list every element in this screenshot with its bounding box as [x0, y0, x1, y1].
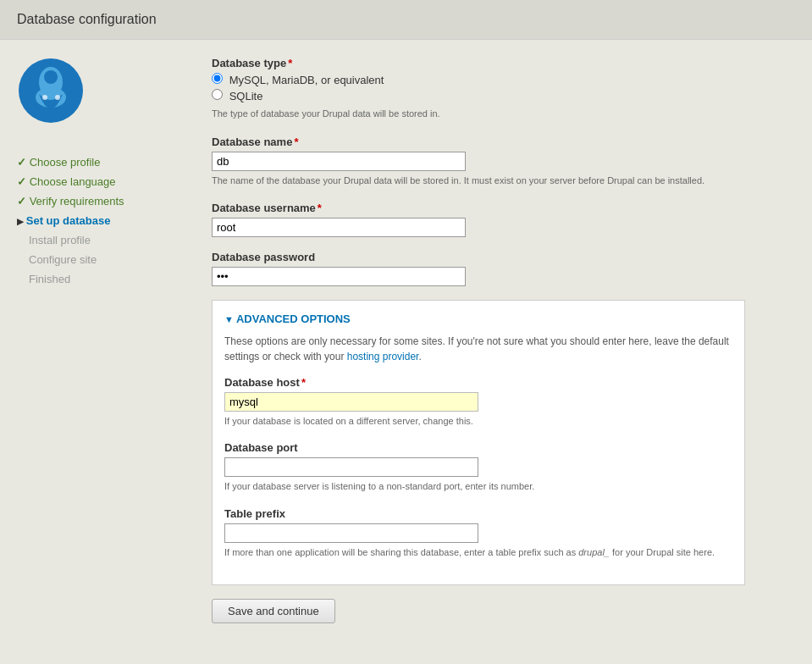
radio-mysql-label[interactable]: MySQL, MariaDB, or equivalent — [212, 73, 745, 86]
svg-point-4 — [42, 95, 47, 100]
save-continue-button[interactable]: Save and continue — [212, 599, 335, 623]
sidebar-item-configure-site: Configure site — [17, 250, 195, 269]
svg-point-2 — [44, 70, 58, 84]
sidebar-item-choose-language: Choose language — [17, 172, 195, 191]
table-prefix-label: Table prefix — [224, 507, 732, 520]
db-password-label: Database password — [212, 251, 745, 263]
table-prefix-help: If more than one application will be sha… — [224, 546, 732, 559]
db-name-input[interactable] — [212, 152, 466, 171]
advanced-desc: These options are only necessary for som… — [224, 334, 732, 364]
db-port-section: Database port If your database server is… — [224, 441, 732, 493]
advanced-options-toggle[interactable]: ADVANCED OPTIONS — [224, 313, 732, 325]
radio-sqlite-label[interactable]: SQLite — [212, 89, 745, 102]
db-host-section: Database host* If your database is locat… — [224, 376, 732, 428]
db-host-input[interactable] — [224, 392, 478, 412]
db-password-input[interactable] — [212, 267, 466, 286]
sidebar-item-verify-requirements: Verify requirements — [17, 191, 195, 211]
db-name-help: The name of the database your Drupal dat… — [212, 174, 745, 187]
db-name-label: Database name* — [212, 136, 745, 148]
advanced-options-box: ADVANCED OPTIONS These options are only … — [212, 300, 745, 585]
db-type-label: Database type* — [212, 57, 745, 69]
main-content: Database type* MySQL, MariaDB, or equiva… — [212, 57, 745, 623]
db-type-radio-group: MySQL, MariaDB, or equivalent SQLite — [212, 73, 745, 102]
db-password-section: Database password — [212, 251, 745, 286]
db-type-help: The type of database your Drupal data wi… — [212, 108, 745, 120]
sidebar-nav: Choose profile Choose language Verify re… — [17, 152, 195, 289]
db-host-label: Database host* — [224, 376, 732, 389]
table-prefix-input[interactable] — [224, 523, 478, 543]
sidebar-item-finished: Finished — [17, 269, 195, 289]
db-username-label: Database username* — [212, 202, 745, 214]
radio-mysql[interactable] — [212, 73, 223, 84]
db-type-section: Database type* MySQL, MariaDB, or equiva… — [212, 57, 745, 120]
drupal-logo — [17, 57, 85, 125]
db-port-input[interactable] — [224, 457, 478, 477]
radio-sqlite[interactable] — [212, 89, 223, 100]
svg-point-5 — [55, 95, 60, 100]
db-username-input[interactable] — [212, 218, 466, 237]
db-port-help: If your database server is listening to … — [224, 480, 732, 493]
hosting-provider-link[interactable]: hosting provider — [347, 351, 419, 362]
sidebar-item-set-up-database[interactable]: Set up database — [17, 211, 195, 230]
db-port-label: Database port — [224, 441, 732, 454]
sidebar: Choose profile Choose language Verify re… — [17, 57, 195, 623]
sidebar-item-install-profile: Install profile — [17, 230, 195, 250]
db-host-help: If your database is located on a differe… — [224, 415, 732, 428]
table-prefix-section: Table prefix If more than one applicatio… — [224, 507, 732, 559]
page-title: Database configuration — [17, 12, 795, 27]
sidebar-item-choose-profile: Choose profile — [17, 152, 195, 172]
db-name-section: Database name* The name of the database … — [212, 136, 745, 187]
db-username-section: Database username* — [212, 202, 745, 237]
